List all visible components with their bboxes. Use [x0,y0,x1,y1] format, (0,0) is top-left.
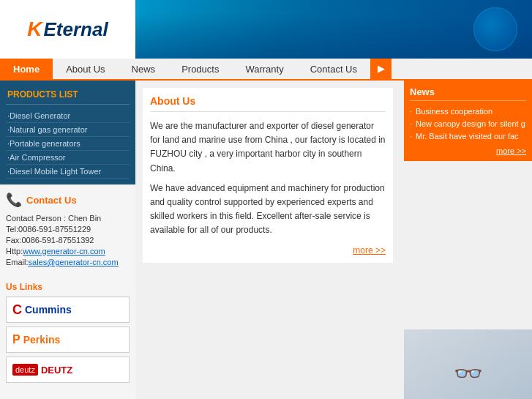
image-placeholder: 👓 [404,329,532,399]
logo-area: K Eternal [0,0,135,59]
news-item-2[interactable]: New canopy design for silent g [410,119,526,128]
news-item-3[interactable]: Mr. Basit have visited our fac [410,132,526,141]
about-section: About Us We are the manufacturer and exp… [143,88,393,263]
bottom-image: 👓 [404,329,532,399]
perkins-p-icon: P [12,333,20,346]
sidebar-item-air-compressor[interactable]: ·Air Compressor [6,151,130,165]
contact-http-link[interactable]: www.generator-cn.com [23,247,105,256]
deutz-label: DEUTZ [41,365,72,376]
products-list-box: PRODUCTS LIST ·Diesel Generator ·Natural… [0,81,135,184]
products-list-title: PRODUCTS LIST [6,86,130,105]
logo-text: Eternal [44,18,108,41]
sidebar-item-light-tower[interactable]: ·Diesel Mobile Light Tower [6,165,130,179]
contact-email-link[interactable]: sales@generator-cn.com [29,258,119,266]
logo: K Eternal [27,18,108,41]
main-layout: PRODUCTS LIST ·Diesel Generator ·Natural… [0,81,532,399]
contact-fax: Fax:0086-591-87551392 [6,236,130,245]
navigation: Home About Us News Products Warranty Con… [0,59,532,81]
sidebar: PRODUCTS LIST ·Diesel Generator ·Natural… [0,81,135,399]
nav-arrow[interactable]: ▶ [370,59,391,79]
contact-person: Contact Person : Chen Bin [6,214,130,223]
nav-contact[interactable]: Contact Us [297,59,370,79]
contact-tel: Tel:0086-591-87551229 [6,225,130,234]
contact-http: Http:www.generator-cn.com [6,247,130,256]
us-links-section: Us Links C Cummins P Perkins deutz DEUTZ [0,276,135,392]
brand-perkins[interactable]: P Perkins [6,327,130,353]
cummins-c-icon: C [12,302,22,318]
brand-cummins[interactable]: C Cummins [6,297,130,323]
contact-title: 📞 Contact Us [6,192,130,208]
about-paragraph-2: We have advanced equipment and machinery… [150,182,386,238]
content-area: News Business cooperation New canopy des… [135,81,532,399]
phone-icon: 📞 [6,192,22,208]
about-paragraph-1: We are the manufacturer and exporter of … [150,119,386,176]
deutz-d-icon: deutz [12,364,38,376]
banner-decor [135,15,532,59]
nav-about[interactable]: About Us [53,59,118,79]
sidebar-item-diesel-generator[interactable]: ·Diesel Generator [6,109,130,123]
contact-email: Email:sales@generator-cn.com [6,258,130,266]
news-panel: News Business cooperation New canopy des… [404,81,532,161]
cummins-label: Cummins [25,304,72,316]
nav-home[interactable]: Home [0,59,53,79]
brand-deutz[interactable]: deutz DEUTZ [6,357,130,383]
news-item-1[interactable]: Business cooperation [410,107,526,116]
glasses-icon: 👓 [454,359,483,387]
banner-building [135,0,532,59]
banner-globe-icon [473,7,517,51]
about-more-link[interactable]: more >> [150,245,386,256]
contact-us-section: 📞 Contact Us Contact Person : Chen Bin T… [0,184,135,276]
perkins-label: Perkins [23,334,61,346]
header-banner [135,0,532,59]
sidebar-item-natural-gas[interactable]: ·Natural gas generator [6,123,130,137]
sidebar-item-portable[interactable]: ·Portable generators [6,137,130,151]
nav-products[interactable]: Products [168,59,232,79]
news-title: News [410,86,526,101]
nav-warranty[interactable]: Warranty [232,59,296,79]
news-more-link[interactable]: more >> [410,146,526,155]
nav-news[interactable]: News [119,59,169,79]
us-links-title: Us Links [6,282,130,292]
about-title: About Us [150,95,386,112]
logo-k-icon: K [27,18,42,41]
